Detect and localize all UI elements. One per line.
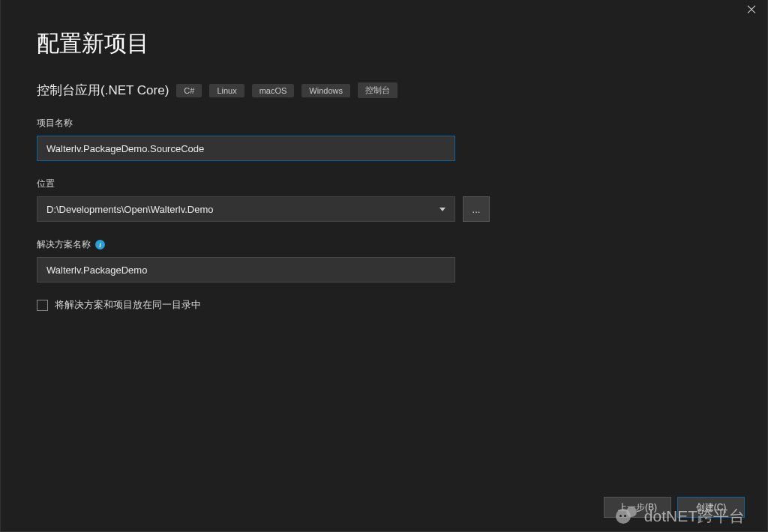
tag-windows: Windows [302,84,350,97]
tag-linux: Linux [209,84,244,97]
project-name-input[interactable] [37,136,455,161]
tag-macos: macOS [252,84,295,97]
close-icon[interactable] [746,4,757,15]
dialog-content: 配置新项目 控制台应用(.NET Core) C# Linux macOS Wi… [1,22,767,312]
page-title: 配置新项目 [37,28,731,59]
solution-name-label: 解决方案名称 [37,238,91,251]
tag-console: 控制台 [358,82,398,98]
tag-csharp: C# [176,84,202,97]
dialog-footer: 上一步(B) 创建(C) [604,497,745,518]
info-icon[interactable]: i [95,240,105,250]
back-button[interactable]: 上一步(B) [604,497,671,518]
chevron-down-icon [440,208,446,211]
location-combobox[interactable]: D:\Developments\Open\Walterlv.Demo [37,196,455,222]
solution-name-group: 解决方案名称 i [37,238,731,282]
same-directory-row[interactable]: 将解决方案和项目放在同一目录中 [37,299,731,312]
solution-name-input[interactable] [37,257,455,282]
browse-button[interactable]: ... [463,196,490,222]
same-directory-checkbox[interactable] [37,300,48,311]
location-value: D:\Developments\Open\Walterlv.Demo [46,204,214,215]
subtitle-row: 控制台应用(.NET Core) C# Linux macOS Windows … [37,82,731,99]
same-directory-label: 将解决方案和项目放在同一目录中 [55,299,201,312]
location-group: 位置 D:\Developments\Open\Walterlv.Demo ..… [37,178,731,222]
project-name-label: 项目名称 [37,117,731,130]
project-template-name: 控制台应用(.NET Core) [37,82,169,99]
create-button[interactable]: 创建(C) [677,497,745,518]
location-label: 位置 [37,178,731,190]
project-name-group: 项目名称 [37,117,731,161]
titlebar [1,0,767,22]
